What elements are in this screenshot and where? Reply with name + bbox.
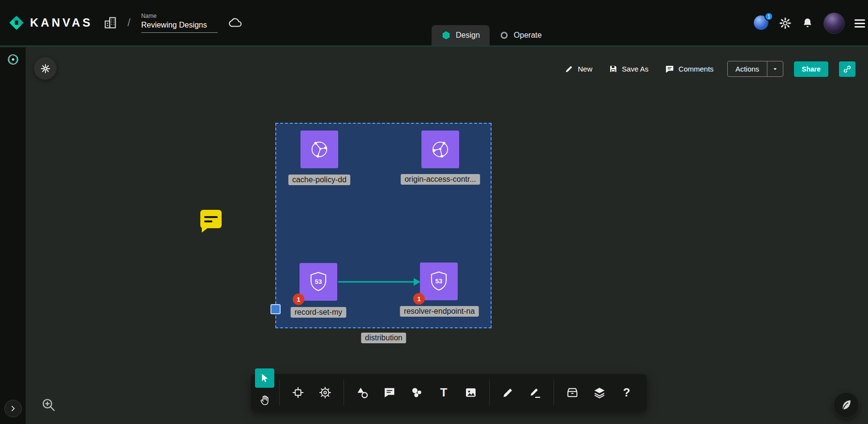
comment-tail — [202, 228, 208, 233]
group-label-distribution[interactable]: distribution — [361, 333, 406, 343]
pen-icon — [528, 385, 542, 400]
comment-line — [204, 216, 218, 218]
group-resize-handle[interactable] — [270, 304, 281, 314]
design-name-field: Name — [141, 13, 218, 33]
save-icon — [609, 64, 618, 73]
layers-icon — [593, 385, 606, 400]
design-canvas[interactable]: New Save As Comments Actions — [26, 47, 868, 424]
quill-icon — [839, 398, 853, 412]
sidebar-logo-icon[interactable] — [7, 53, 19, 66]
svg-text:53: 53 — [435, 278, 442, 285]
layers-tool-button[interactable] — [590, 380, 609, 405]
tab-design-label: Design — [456, 31, 480, 40]
toolbar-divider — [489, 380, 490, 406]
canvas-action-bar: New Save As Comments Actions — [562, 61, 855, 77]
node-record-set[interactable]: 53 — [299, 263, 337, 301]
actions-dropdown-button[interactable] — [767, 61, 783, 76]
pan-tool-button[interactable] — [255, 391, 274, 410]
comments-button[interactable]: Comments — [662, 64, 717, 74]
image-icon — [464, 385, 478, 400]
zoom-in-button[interactable] — [38, 396, 59, 413]
svg-text:53: 53 — [315, 278, 322, 285]
help-tool-button[interactable]: ? — [617, 380, 636, 405]
cloud-sync-icon[interactable] — [228, 15, 243, 30]
save-as-button[interactable]: Save As — [606, 64, 651, 74]
cluster-tool-button[interactable] — [407, 380, 426, 405]
share-button[interactable]: Share — [794, 61, 828, 77]
annotate-tool-button[interactable] — [525, 380, 545, 405]
bell-icon — [801, 17, 814, 29]
component-chip-icon — [291, 385, 305, 400]
left-sidebar — [0, 47, 26, 424]
provider-account-button[interactable]: 1 — [754, 15, 769, 31]
notifications-button[interactable] — [801, 17, 814, 29]
edit-tool-button[interactable] — [498, 380, 518, 405]
route53-shield-icon: 53 — [426, 269, 451, 294]
media-tool-button[interactable] — [461, 380, 480, 405]
context-switcher-button[interactable] — [34, 57, 57, 80]
user-avatar[interactable] — [823, 13, 845, 34]
toolbar-divider — [344, 380, 344, 406]
actions-button[interactable]: Actions — [728, 61, 767, 76]
error-count-badge: 1 — [293, 293, 304, 305]
route53-shield-icon: 53 — [306, 269, 331, 294]
bubbles-icon — [410, 385, 423, 400]
node-resolver-endpoint[interactable]: 53 — [420, 263, 458, 300]
new-design-label: New — [578, 65, 592, 73]
organization-icon[interactable] — [104, 16, 117, 29]
node-label-origin-access: origin-access-contr... — [401, 174, 480, 185]
pointer-tool-group — [255, 368, 274, 410]
design-name-label: Name — [141, 13, 218, 19]
drawer-tool-button[interactable] — [563, 380, 582, 405]
hand-icon — [259, 395, 270, 406]
select-tool-button[interactable] — [255, 368, 274, 388]
copy-link-button[interactable] — [839, 61, 855, 77]
save-as-label: Save As — [622, 65, 648, 73]
toolbar-divider — [554, 380, 554, 406]
pencil-icon — [501, 385, 515, 400]
settings-button[interactable] — [779, 17, 792, 29]
kubernetes-tool-button[interactable] — [315, 380, 335, 405]
caret-down-icon — [771, 65, 779, 73]
text-tool-button[interactable]: T — [434, 380, 453, 405]
kanvas-logo[interactable]: KANVAS — [8, 14, 93, 31]
comment-tool-button[interactable] — [380, 380, 399, 405]
menu-button[interactable] — [854, 19, 865, 28]
comment-icon — [665, 64, 674, 74]
node-label-resolver-endpoint: resolver-endpoint-na — [400, 306, 479, 317]
archive-icon — [566, 385, 579, 400]
breadcrumb-separator: / — [128, 16, 131, 29]
tab-design[interactable]: Design — [432, 25, 490, 45]
error-count-badge: 1 — [413, 293, 425, 305]
toolbar-divider — [279, 380, 280, 406]
comment-bubble-icon — [383, 385, 396, 400]
shapes-tool-button[interactable] — [353, 380, 372, 405]
edge-record-to-resolver[interactable] — [337, 276, 422, 288]
kanvas-logo-icon — [8, 14, 25, 31]
provider-count-badge: 1 — [764, 12, 773, 21]
magnifier-plus-icon — [41, 397, 56, 412]
new-design-button[interactable]: New — [562, 64, 595, 74]
asterisk-icon — [40, 63, 51, 74]
assistant-fab[interactable] — [833, 392, 859, 418]
expand-sidebar-button[interactable] — [4, 400, 22, 417]
node-cache-policy[interactable] — [300, 131, 338, 168]
tab-operate[interactable]: Operate — [490, 25, 552, 45]
helm-wheel-icon — [318, 385, 332, 400]
canvas-toolbar: T — [251, 374, 647, 411]
app-header: KANVAS / Name Design — [0, 0, 868, 46]
shapes-icon — [356, 385, 369, 400]
cloudfront-globe-icon — [428, 137, 453, 162]
mode-tabs: Design Operate — [432, 25, 552, 45]
design-name-input[interactable] — [141, 21, 218, 33]
app-title: KANVAS — [30, 16, 93, 29]
components-tool-button[interactable] — [288, 380, 308, 405]
text-tool-icon: T — [440, 386, 448, 399]
node-origin-access-control[interactable] — [421, 131, 459, 168]
comments-label: Comments — [678, 65, 714, 73]
actions-split-button: Actions — [727, 61, 783, 77]
node-label-record-set: record-set-my — [291, 307, 346, 318]
comment-marker[interactable] — [200, 210, 222, 228]
comment-line — [204, 220, 212, 222]
pencil-icon — [565, 64, 574, 73]
